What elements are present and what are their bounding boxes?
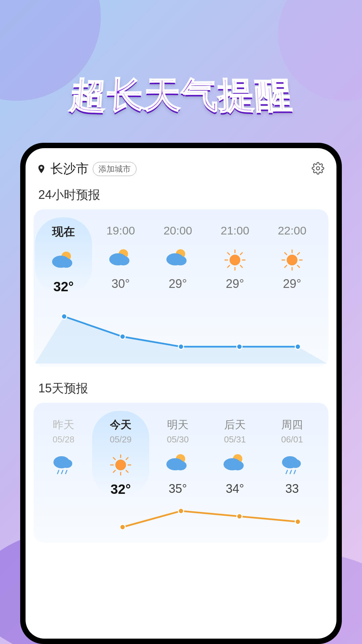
- day-name-label: 昨天: [53, 418, 74, 432]
- hourly-temp-chart: [35, 296, 327, 363]
- hourly-section-title: 24小时预报: [34, 187, 328, 209]
- hourly-column[interactable]: 现在32°: [35, 217, 92, 294]
- day-date-label: 05/30: [167, 434, 189, 445]
- hourly-column[interactable]: 22:0029°: [264, 217, 321, 294]
- hour-temp-label: 29°: [169, 277, 187, 291]
- day-name-label: 周四: [281, 418, 303, 432]
- hour-temp-label: 32°: [53, 279, 74, 294]
- app-header: 长沙市 添加城市: [34, 160, 328, 187]
- svg-point-3: [178, 344, 184, 349]
- gear-icon: [312, 162, 324, 175]
- hour-temp-label: 30°: [112, 277, 130, 291]
- day-date-label: 05/29: [110, 434, 131, 445]
- hourly-column[interactable]: 20:0029°: [149, 217, 206, 294]
- city-name[interactable]: 长沙市: [50, 160, 89, 177]
- partly_cloudy-icon: [51, 250, 76, 274]
- add-city-button[interactable]: 添加城市: [93, 162, 136, 176]
- partly_cloudy-icon: [166, 248, 190, 272]
- daily-column[interactable]: 周四06/0133: [264, 411, 321, 497]
- sunny-icon: [280, 248, 304, 272]
- day-date-label: 06/01: [281, 434, 303, 445]
- promo-banner-text: 超长天气提醒: [0, 72, 362, 120]
- svg-point-9: [295, 519, 300, 524]
- daily-column[interactable]: 昨天05/28: [35, 411, 92, 497]
- hour-time-label: 22:00: [278, 224, 306, 237]
- sunny-icon: [109, 453, 133, 477]
- day-name-label: 今天: [110, 418, 131, 432]
- hourly-column[interactable]: 19:0030°: [92, 217, 149, 294]
- hour-temp-label: 29°: [283, 277, 301, 291]
- day-temp-label: 33: [285, 482, 299, 496]
- svg-point-2: [120, 334, 125, 339]
- hour-time-label: 现在: [52, 224, 75, 240]
- svg-point-0: [316, 167, 320, 170]
- svg-point-4: [237, 344, 242, 349]
- day-temp-label: 32°: [111, 482, 131, 497]
- day-temp-label: 34°: [226, 482, 244, 496]
- daily-forecast-card[interactable]: 昨天05/28今天05/2932°明天05/3035°后天05/3134°周四0…: [34, 403, 328, 543]
- day-name-label: 后天: [224, 418, 246, 432]
- hour-time-label: 20:00: [163, 224, 192, 237]
- hour-time-label: 19:00: [106, 224, 135, 237]
- svg-point-6: [120, 524, 125, 530]
- phone-screen: 长沙市 添加城市 24小时预报 现在32°19:0030°20:0029°21:…: [26, 148, 336, 639]
- day-temp-label: 35°: [169, 482, 187, 496]
- svg-point-7: [178, 508, 184, 514]
- svg-point-8: [237, 514, 242, 519]
- location-pin-icon: [36, 164, 46, 174]
- daily-temp-chart: [35, 499, 327, 539]
- phone-frame: 长沙市 添加城市 24小时预报 现在32°19:0030°20:0029°21:…: [20, 143, 342, 644]
- settings-button[interactable]: [310, 161, 326, 177]
- rain-icon: [51, 453, 76, 477]
- partly_cloudy-icon: [166, 453, 190, 477]
- daily-column[interactable]: 后天05/3134°: [206, 411, 264, 497]
- partly_cloudy-icon: [223, 453, 247, 477]
- daily-column[interactable]: 今天05/2932°: [92, 411, 149, 497]
- hour-time-label: 21:00: [220, 224, 249, 237]
- daily-column[interactable]: 明天05/3035°: [149, 411, 206, 497]
- hourly-column[interactable]: 21:0029°: [206, 217, 264, 294]
- hourly-forecast-card[interactable]: 现在32°19:0030°20:0029°21:0029°22:0029°: [34, 209, 328, 367]
- day-name-label: 明天: [167, 418, 189, 432]
- svg-point-5: [295, 344, 300, 349]
- sunny-icon: [223, 248, 247, 272]
- day-date-label: 05/31: [224, 434, 246, 445]
- day-date-label: 05/28: [52, 434, 74, 445]
- daily-section-title: 15天预报: [34, 380, 328, 403]
- partly_cloudy-icon: [109, 248, 133, 272]
- hour-temp-label: 29°: [226, 277, 244, 291]
- rain-icon: [280, 453, 304, 477]
- svg-point-1: [62, 314, 67, 319]
